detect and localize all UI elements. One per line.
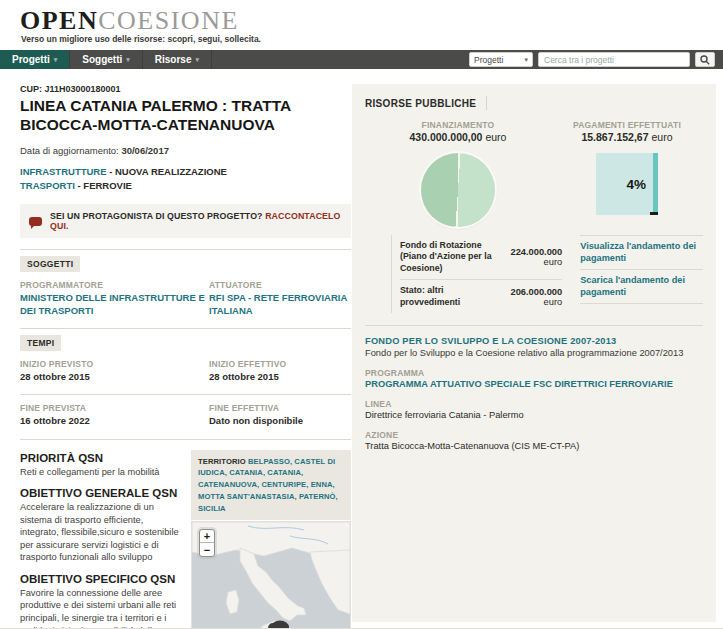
nature-link[interactable]: INFRASTRUTTURE (20, 166, 107, 177)
finanziamento-amount: 430.000.000,00 euro (365, 131, 551, 143)
map-zoom-in-button[interactable]: + (200, 530, 214, 543)
obiettivo-specifico-text: Favorire la connessione delle aree produ… (20, 587, 181, 629)
priorita-qsn-heading: PRIORITÀ QSN (20, 452, 181, 464)
territory-map[interactable]: + − Map data © ISTAT, OpenCoesione and O… (191, 521, 351, 629)
source-amount-number: 224.000.000 (511, 247, 563, 257)
payments-percent-value: 4% (626, 177, 646, 192)
opencoesione-project-page: OPENCOESIONE Verso un migliore uso delle… (0, 0, 723, 629)
source-amount-unit: euro (544, 297, 563, 307)
nature-rest: - NUOVA REALIZZAZIONE (107, 166, 227, 177)
map-zoom-controls: + − (199, 529, 215, 557)
obiettivo-generale-text: Accelerare la realizzazione di un sistem… (20, 501, 181, 564)
project-cup: CUP: J11H03000180001 (20, 84, 351, 94)
inizio-effettivo-value: 28 ottobre 2015 (209, 371, 351, 383)
tempi-inizio-grid: INIZIO PREVISTO 28 ottobre 2015 INIZIO E… (20, 359, 351, 383)
section-divider (20, 439, 351, 440)
scarica-andamento-link[interactable]: Scarica l'andamento dei pagamenti (580, 270, 703, 304)
attuatore-link[interactable]: RFI SPA - RETE FERROVIARIA ITALIANA (209, 292, 351, 317)
nav-tab-soggetti[interactable]: Soggetti ▾ (70, 50, 143, 69)
map-canvas (192, 522, 350, 629)
fine-effettiva-label: FINE EFFETTIVA (209, 403, 351, 413)
programma-link[interactable]: PROGRAMMA ATTUATIVO SPECIALE FSC DIRETTR… (365, 379, 703, 389)
project-classification: INFRASTRUTTURE - NUOVA REALIZZAZIONE TRA… (20, 165, 351, 193)
payments-bar (653, 153, 658, 215)
opencoesione-logo[interactable]: OPENCOESIONE (20, 6, 239, 36)
search-input[interactable] (538, 52, 690, 67)
soggetti-grid: PROGRAMMATORE MINISTERO DELLE INFRASTRUT… (20, 280, 351, 317)
territorio-box: TERRITORIO BELPASSO, CASTEL DI IUDICA, C… (191, 450, 351, 521)
pagamenti-unit: euro (649, 131, 673, 143)
pagamenti-amount: 15.867.152,67 euro (551, 131, 703, 143)
fine-effettiva-value: Dato non disponibile (209, 415, 351, 427)
search-scope-value: Progetti (474, 55, 503, 65)
caret-down-icon: ▾ (196, 56, 200, 64)
table-row: Fondo di Rotazione (Piano d'Azione per l… (400, 235, 562, 279)
finanziamento-label: FINANZIAMENTO (365, 120, 551, 130)
linea-value: Direttrice ferroviaria Catania - Palermo (365, 410, 703, 420)
programmatore-block: PROGRAMMATORE MINISTERO DELLE INFRASTRUT… (20, 280, 205, 317)
updated-label: Data di aggiornamento: (20, 145, 121, 156)
project-details-column: CUP: J11H03000180001 LINEA CATANIA PALER… (20, 84, 351, 629)
financing-pie-chart (421, 153, 495, 227)
financing-columns: FINANZIAMENTO 430.000.000,00 euro PAGAME… (365, 120, 703, 227)
updated-value: 30/06/2017 (121, 145, 169, 156)
programmazione-block: FONDO PER LO SVILUPPO E LA COESIONE 2007… (365, 336, 703, 451)
programmatore-label: PROGRAMMATORE (20, 280, 205, 290)
attuatore-block: ATTUATORE RFI SPA - RETE FERROVIARIA ITA… (209, 280, 351, 317)
payments-links: Visualizza l'andamento dei pagamenti Sca… (580, 235, 703, 313)
banner-question: SEI UN PROTAGONISTA DI QUESTO PROGETTO? (50, 211, 265, 221)
site-tagline: Verso un migliore uso delle risorse: sco… (21, 34, 261, 44)
linea-label: LINEA (365, 399, 703, 409)
inizio-previsto-value: 28 ottobre 2015 (20, 371, 205, 383)
obiettivo-specifico-heading: OBIETTIVO SPECIFICO QSN (20, 573, 181, 585)
source-amount: 206.000.000 euro (504, 287, 562, 307)
programmatore-link[interactable]: MINISTERO DELLE INFRASTRUTTURE E DEI TRA… (20, 292, 205, 317)
fine-prevista-value: 16 ottobre 2022 (20, 415, 205, 427)
caret-down-icon: ▾ (126, 56, 130, 64)
main-navbar: Progetti ▾ Soggetti ▾ Risorse ▾ Progetti… (0, 50, 723, 69)
source-label: Stato: altri provvedimenti (400, 285, 504, 308)
risorse-heading-label: RISORSE PUBBLICHE (365, 98, 476, 109)
payments-bar-marker (650, 212, 658, 215)
source-amount-number: 206.000.000 (511, 287, 563, 297)
fine-prevista-label: FINE PREVISTA (20, 403, 205, 413)
priorita-qsn-text: Reti e collegamenti per la mobilità (20, 466, 181, 479)
source-amount-unit: euro (544, 257, 563, 267)
territorio-column: TERRITORIO BELPASSO, CASTEL DI IUDICA, C… (191, 450, 351, 629)
tempi-fine-grid: FINE PREVISTA 16 ottobre 2022 FINE EFFET… (20, 403, 351, 427)
updated-date-line: Data di aggiornamento: 30/06/2017 (20, 145, 351, 156)
theme-rest: - FERROVIE (75, 180, 132, 191)
classification-theme: TRASPORTI - FERROVIE (20, 179, 351, 193)
nav-tab-risorse[interactable]: Risorse ▾ (143, 50, 212, 69)
inizio-effettivo-label: INIZIO EFFETTIVO (209, 359, 351, 369)
inizio-effettivo-block: INIZIO EFFETTIVO 28 ottobre 2015 (209, 359, 351, 383)
navbar-search-area: Progetti ▾ (469, 50, 723, 69)
financing-details-row: Fondo di Rotazione (Piano d'Azione per l… (365, 235, 703, 313)
page-title: LINEA CATANIA PALERMO : TRATTA BICOCCA-M… (20, 96, 351, 135)
risorse-pubbliche-heading: RISORSE PUBBLICHE (365, 96, 703, 110)
payments-progress-widget: 4% (596, 153, 658, 215)
banner-text: SEI UN PROTAGONISTA DI QUESTO PROGETTO? … (50, 211, 342, 231)
finanziamento-unit: euro (482, 131, 506, 143)
search-button[interactable] (695, 52, 715, 67)
obiettivo-generale-heading: OBIETTIVO GENERALE QSN (20, 487, 181, 499)
inizio-previsto-label: INIZIO PREVISTO (20, 359, 205, 369)
logo-coesione-part: COESIONE (98, 6, 239, 35)
source-amount: 224.000.000 euro (504, 247, 562, 267)
nav-tab-soggetti-label: Soggetti (82, 54, 122, 65)
visualizza-andamento-link[interactable]: Visualizza l'andamento dei pagamenti (580, 236, 703, 270)
pagamenti-number: 15.867.152,67 (581, 131, 648, 143)
protagonist-banner: SEI UN PROTAGONISTA DI QUESTO PROGETTO? … (20, 204, 351, 238)
comment-bubble-icon (29, 217, 42, 226)
qsn-column: PRIORITÀ QSN Reti e collegamenti per la … (20, 450, 181, 629)
fondo-sviluppo-coesione-link[interactable]: FONDO PER LO SVILUPPO E LA COESIONE 2007… (365, 336, 703, 346)
map-zoom-out-button[interactable]: − (200, 543, 214, 556)
azione-label: AZIONE (365, 430, 703, 440)
fondo-sviluppo-coesione-desc: Fondo per lo Sviluppo e la Coesione rela… (365, 348, 703, 358)
search-scope-select[interactable]: Progetti ▾ (469, 52, 533, 67)
theme-link[interactable]: TRASPORTI (20, 180, 75, 191)
logo-open-part: OPEN (20, 6, 98, 35)
nav-tab-progetti[interactable]: Progetti ▾ (0, 50, 70, 69)
programma-label: PROGRAMMA (365, 368, 703, 378)
nav-tab-risorse-label: Risorse (155, 54, 192, 65)
